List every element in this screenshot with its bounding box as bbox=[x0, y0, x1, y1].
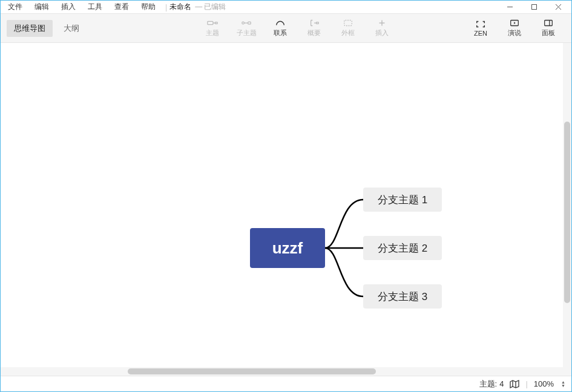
horizontal-scrollbar[interactable] bbox=[1, 367, 571, 376]
tool-panel-label: 面板 bbox=[542, 28, 555, 38]
canvas-area: uzzf 分支主题 1 分支主题 2 分支主题 3 bbox=[1, 43, 571, 367]
tool-boundary[interactable]: 外框 bbox=[331, 19, 365, 38]
tool-relation[interactable]: 联系 bbox=[263, 19, 297, 38]
maximize-icon bbox=[531, 4, 537, 10]
tab-mindmap[interactable]: 思维导图 bbox=[7, 20, 53, 37]
topic-icon bbox=[207, 19, 218, 27]
zoom-stepper[interactable]: ▲ ▼ bbox=[561, 381, 565, 388]
branch-topic-3[interactable]: 分支主题 3 bbox=[363, 284, 442, 309]
tool-summary[interactable]: 概要 bbox=[297, 19, 331, 38]
statusbar: 主题: 4 | 100% ▲ ▼ bbox=[1, 376, 571, 391]
tool-zen-label: ZEN bbox=[474, 30, 487, 37]
map-icon[interactable] bbox=[510, 380, 519, 388]
tool-zen[interactable]: ZEN bbox=[464, 19, 498, 38]
document-name: 未命名 bbox=[169, 2, 191, 12]
tool-insert[interactable]: 插入 bbox=[365, 19, 399, 38]
svg-rect-6 bbox=[215, 22, 218, 24]
tool-present-label: 演说 bbox=[508, 28, 521, 38]
close-icon bbox=[555, 4, 562, 10]
menu-insert[interactable]: 插入 bbox=[55, 1, 82, 13]
tool-topic[interactable]: 主题 bbox=[196, 19, 229, 38]
tool-subtopic-label: 子主题 bbox=[237, 28, 257, 38]
svg-rect-1 bbox=[531, 5, 536, 10]
svg-rect-16 bbox=[545, 21, 553, 26]
tool-topic-label: 主题 bbox=[206, 28, 219, 38]
present-icon bbox=[509, 19, 520, 27]
menu-view[interactable]: 查看 bbox=[108, 1, 135, 13]
window-close-button[interactable] bbox=[546, 1, 570, 14]
connectors bbox=[1, 43, 563, 367]
tab-outline[interactable]: 大纲 bbox=[56, 20, 87, 37]
central-topic[interactable]: uzzf bbox=[250, 228, 325, 268]
tool-insert-label: 插入 bbox=[375, 28, 389, 38]
plus-icon bbox=[376, 19, 387, 27]
summary-icon bbox=[309, 19, 320, 27]
branch-topic-1[interactable]: 分支主题 1 bbox=[363, 188, 442, 212]
svg-rect-12 bbox=[344, 21, 352, 26]
zoom-down-icon[interactable]: ▼ bbox=[561, 384, 565, 388]
relation-icon bbox=[275, 19, 286, 27]
tool-summary-label: 概要 bbox=[307, 28, 321, 38]
menu-file[interactable]: 文件 bbox=[2, 1, 28, 13]
svg-rect-9 bbox=[248, 22, 251, 24]
zoom-level[interactable]: 100% bbox=[534, 379, 554, 388]
minimize-icon bbox=[507, 4, 513, 10]
menu-edit[interactable]: 编辑 bbox=[28, 1, 55, 13]
horizontal-scroll-thumb[interactable] bbox=[128, 368, 376, 374]
svg-rect-11 bbox=[317, 22, 319, 24]
zen-icon bbox=[475, 20, 486, 28]
tool-present[interactable]: 演说 bbox=[498, 19, 531, 38]
tool-subtopic[interactable]: 子主题 bbox=[229, 19, 263, 38]
status-topics-count: 4 bbox=[499, 379, 504, 388]
tool-panel[interactable]: 面板 bbox=[531, 19, 565, 38]
subtopic-icon bbox=[241, 19, 252, 27]
toolbar: 思维导图 大纲 主题 子主题 联系 概要 外框 插入 bbox=[1, 14, 571, 43]
mindmap-canvas[interactable]: uzzf 分支主题 1 分支主题 2 分支主题 3 bbox=[1, 43, 563, 367]
svg-rect-4 bbox=[208, 21, 213, 24]
vertical-scrollbar[interactable] bbox=[563, 43, 571, 367]
boundary-icon bbox=[343, 19, 353, 27]
tool-boundary-label: 外框 bbox=[341, 28, 355, 38]
status-sep: | bbox=[525, 379, 527, 388]
status-topics-label: 主题: bbox=[479, 379, 498, 390]
document-state: — 已编辑 bbox=[195, 2, 226, 12]
tool-relation-label: 联系 bbox=[274, 28, 287, 38]
branch-topic-2[interactable]: 分支主题 2 bbox=[363, 236, 442, 260]
window-minimize-button[interactable] bbox=[498, 1, 522, 14]
vertical-scroll-thumb[interactable] bbox=[564, 122, 570, 303]
svg-point-7 bbox=[242, 22, 245, 24]
panel-icon bbox=[543, 19, 554, 27]
window-maximize-button[interactable] bbox=[522, 1, 546, 14]
title-sep: | bbox=[165, 3, 167, 11]
titlebar: 文件 编辑 插入 工具 查看 帮助 | 未命名 — 已编辑 bbox=[1, 1, 571, 14]
menu-help[interactable]: 帮助 bbox=[135, 1, 162, 13]
menu-tools[interactable]: 工具 bbox=[82, 1, 108, 13]
